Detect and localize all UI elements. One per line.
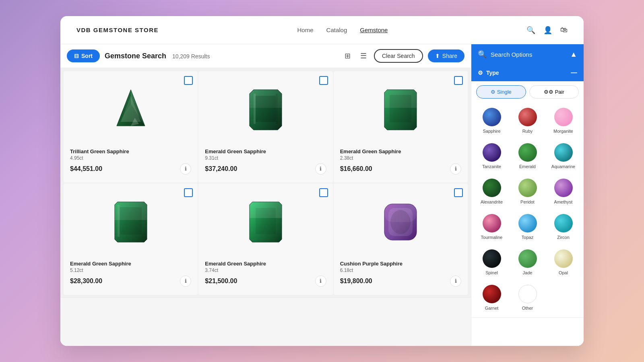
list-view-button[interactable]: ☰ xyxy=(358,50,369,62)
gem-shape-cushion xyxy=(380,200,421,244)
gem-shape-emerald-2 xyxy=(382,88,419,132)
other-circle xyxy=(518,285,537,303)
alexandrite-label: Alexandrite xyxy=(481,200,503,204)
zircon-circle xyxy=(554,214,573,232)
tanzanite-label: Tanzanite xyxy=(482,164,501,169)
product-price-row: $21,500.00 ℹ xyxy=(205,276,326,287)
gem-type-spinel[interactable]: Spinel xyxy=(475,245,509,279)
gem-shape-emerald-3 xyxy=(113,200,149,244)
aquamarine-label: Aquamarine xyxy=(551,164,575,169)
single-toggle[interactable]: ⚙ Single xyxy=(476,85,526,99)
info-button[interactable]: ℹ xyxy=(315,163,326,175)
product-checkbox[interactable] xyxy=(454,188,463,197)
garnet-label: Garnet xyxy=(485,306,499,311)
gem-type-emerald[interactable]: Emerald xyxy=(510,139,545,173)
svg-rect-16 xyxy=(118,205,120,237)
search-icon[interactable]: 🔍 xyxy=(526,26,535,35)
product-weight: 5.12ct xyxy=(70,267,191,273)
search-icon: 🔍 xyxy=(478,50,487,59)
pair-toggle[interactable]: ⚙⚙ Pair xyxy=(529,85,579,99)
product-card[interactable]: Cushion Purple Sapphire 6.18ct $19,800.0… xyxy=(334,183,468,295)
sort-button[interactable]: ⊟ Sort xyxy=(67,49,100,62)
opal-circle xyxy=(554,249,573,268)
gem-type-peridot[interactable]: Peridot xyxy=(510,174,545,208)
info-button[interactable]: ℹ xyxy=(450,163,461,175)
header: VDB GEMSTONE STORE Home Catalog Gemstone… xyxy=(60,16,584,44)
gem-type-other[interactable]: Other xyxy=(510,280,545,314)
aquamarine-circle xyxy=(554,143,573,162)
amethyst-label: Amethyst xyxy=(554,200,573,204)
gem-type-amethyst[interactable]: Amethyst xyxy=(546,174,580,208)
product-checkbox[interactable] xyxy=(319,76,328,85)
left-panel: ⊟ Sort Gemstone Search 10,209 Results ⊞ … xyxy=(60,44,471,346)
nav-gemstone[interactable]: Gemstone xyxy=(360,27,388,33)
product-card[interactable]: Emerald Green Sapphire 2.38ct $16,660.00… xyxy=(334,71,468,183)
jade-label: Jade xyxy=(523,270,533,275)
info-button[interactable]: ℹ xyxy=(180,163,191,175)
type-section: ⚙ Type — ⚙ Single ⚙⚙ Pair xyxy=(471,64,584,318)
gem-type-zircon[interactable]: Zircon xyxy=(546,210,580,243)
product-card[interactable]: Emerald Green Sapphire 5.12ct $28,300.00… xyxy=(64,183,198,295)
gem-type-jade[interactable]: Jade xyxy=(510,245,545,279)
product-image xyxy=(205,78,326,142)
product-checkbox[interactable] xyxy=(319,188,328,197)
chevron-up-icon[interactable]: ▲ xyxy=(570,50,577,59)
product-checkbox[interactable] xyxy=(184,76,193,85)
info-button[interactable]: ℹ xyxy=(450,276,461,287)
search-title: Gemstone Search 10,209 Results xyxy=(105,52,210,60)
product-info: Emerald Green Sapphire 9.31ct $37,240.00… xyxy=(205,147,326,176)
share-button[interactable]: ⬆ Share xyxy=(428,49,464,62)
user-icon[interactable]: 👤 xyxy=(543,26,552,35)
main-nav: Home Catalog Gemstone xyxy=(297,27,388,33)
grid-view-button[interactable]: ⊞ xyxy=(342,50,353,62)
product-checkbox[interactable] xyxy=(454,76,463,85)
garnet-circle xyxy=(483,285,501,303)
nav-catalog[interactable]: Catalog xyxy=(326,27,347,33)
product-weight: 2.38ct xyxy=(340,155,461,161)
jade-circle xyxy=(518,249,537,268)
product-info: Emerald Green Sapphire 5.12ct $28,300.00… xyxy=(70,259,191,288)
product-card[interactable]: Trilliant Green Sapphire 4.95ct $44,551.… xyxy=(64,71,198,183)
nav-home[interactable]: Home xyxy=(297,27,314,33)
zircon-label: Zircon xyxy=(557,235,570,240)
product-weight: 6.18ct xyxy=(340,267,461,273)
product-price: $19,800.00 xyxy=(340,278,372,285)
svg-rect-7 xyxy=(256,96,276,122)
gem-type-tourmaline[interactable]: Tourmaline xyxy=(475,210,509,243)
clear-search-button[interactable]: Clear Search xyxy=(374,49,423,63)
product-price: $37,240.00 xyxy=(205,165,237,173)
product-weight: 4.95ct xyxy=(70,155,191,161)
gem-type-garnet[interactable]: Garnet xyxy=(475,280,509,314)
gem-type-opal[interactable]: Opal xyxy=(546,245,580,279)
gem-type-sapphire[interactable]: Sapphire xyxy=(475,103,509,137)
info-button[interactable]: ℹ xyxy=(180,276,191,287)
gem-type-aquamarine[interactable]: Aquamarine xyxy=(546,139,580,173)
gem-type-grid: Sapphire Ruby Morganite Tanzanite xyxy=(471,102,584,317)
product-name: Emerald Green Sapphire xyxy=(70,261,191,267)
product-info: Emerald Green Sapphire 2.38ct $16,660.00… xyxy=(340,147,461,176)
cart-icon[interactable]: 🛍 xyxy=(560,26,568,35)
product-card[interactable]: Emerald Green Sapphire 9.31ct $37,240.00… xyxy=(198,71,332,183)
single-icon: ⚙ xyxy=(491,89,495,95)
collapse-button[interactable]: — xyxy=(571,69,577,76)
peridot-circle xyxy=(518,179,537,197)
product-price: $44,551.00 xyxy=(70,165,102,173)
product-card[interactable]: Emerald Green Sapphire 3.74ct $21,500.00… xyxy=(198,183,332,295)
product-grid: Trilliant Green Sapphire 4.95ct $44,551.… xyxy=(60,68,471,298)
gem-type-morganite[interactable]: Morganite xyxy=(546,103,580,137)
gem-type-topaz[interactable]: Topaz xyxy=(510,210,545,243)
right-panel: 🔍 Search Options ▲ ⚙ Type — ⚙ Single xyxy=(471,44,584,346)
gem-type-tanzanite[interactable]: Tanzanite xyxy=(475,139,509,173)
gem-type-ruby[interactable]: Ruby xyxy=(510,103,545,137)
ruby-label: Ruby xyxy=(522,129,533,134)
product-checkbox[interactable] xyxy=(184,188,193,197)
gem-type-alexandrite[interactable]: Alexandrite xyxy=(475,174,509,208)
result-count: 10,209 Results xyxy=(172,53,210,60)
product-info: Trilliant Green Sapphire 4.95ct $44,551.… xyxy=(70,147,191,176)
info-button[interactable]: ℹ xyxy=(315,276,326,287)
topaz-circle xyxy=(518,214,537,232)
share-icon: ⬆ xyxy=(435,53,440,59)
alexandrite-circle xyxy=(483,179,501,197)
product-image xyxy=(340,78,461,142)
product-name: Trilliant Green Sapphire xyxy=(70,148,191,155)
